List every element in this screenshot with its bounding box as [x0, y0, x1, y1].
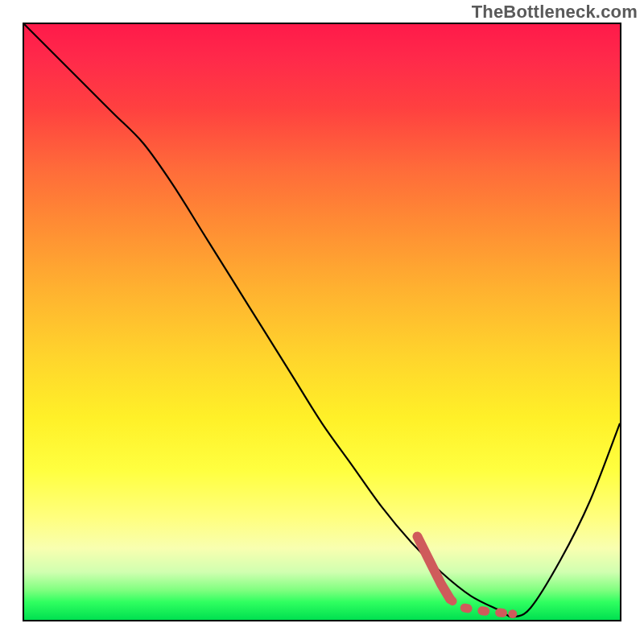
curve-main: [24, 24, 620, 617]
highlight-end-dot: [508, 609, 517, 618]
highlight-group: [417, 536, 517, 618]
highlight-solid: [417, 536, 450, 599]
chart-container: TheBottleneck.com: [0, 0, 644, 644]
plot-area: [23, 23, 621, 621]
watermark-text: TheBottleneck.com: [472, 2, 638, 23]
chart-overlay: [24, 24, 620, 620]
